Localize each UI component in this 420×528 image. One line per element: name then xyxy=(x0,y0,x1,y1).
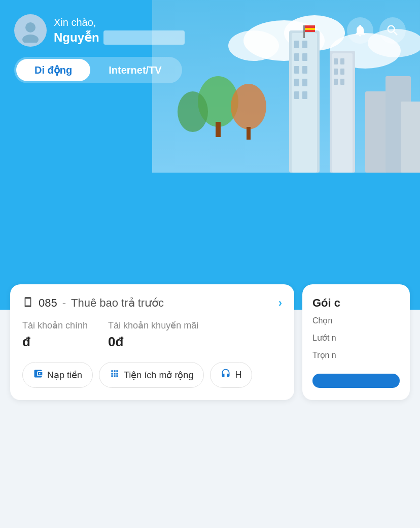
main-balance-label: Tài khoản chính xyxy=(22,320,88,331)
tab-section: Di động Internet/TV xyxy=(0,47,420,83)
header-top: Xin chào, Nguyễn xyxy=(0,0,420,47)
tab-container: Di động Internet/TV xyxy=(14,57,182,83)
goi-cuoc-text1: Chọn xyxy=(312,315,400,327)
svg-point-39 xyxy=(22,35,39,43)
phone-icon xyxy=(22,296,33,310)
tien-ich-mo-rong-button[interactable]: Tiện ích mở rộng xyxy=(99,362,204,388)
nap-tien-label: Nạp tiền xyxy=(47,370,82,381)
main-account-card: 085 - Thuê bao trả trước › Tài khoản chí… xyxy=(10,284,294,400)
name-redacted xyxy=(103,30,185,45)
svg-rect-16 xyxy=(294,91,299,99)
main-balance: Tài khoản chính đ xyxy=(22,320,88,350)
notification-button[interactable] xyxy=(347,17,373,44)
action-buttons: Nạp tiền Tiện ích mở rộng xyxy=(22,362,282,388)
header-background: Xin chào, Nguyễn Di động I xyxy=(0,0,420,173)
balance-row: Tài khoản chính đ Tài khoản khuyến mãi 0… xyxy=(22,320,282,350)
goi-cuoc-text3: Trọn n xyxy=(312,349,400,361)
nap-tien-button[interactable]: Nạp tiền xyxy=(22,362,93,388)
user-name: Nguyễn xyxy=(54,30,99,45)
svg-rect-33 xyxy=(247,127,251,140)
header-actions xyxy=(347,17,406,44)
bell-icon xyxy=(353,23,367,38)
tien-ich-label: Tiện ích mở rộng xyxy=(124,370,193,381)
tab-di-dong[interactable]: Di động xyxy=(16,59,90,81)
phone-number: 085 xyxy=(39,296,57,310)
svg-point-32 xyxy=(231,84,266,129)
service-type: Thuê bao trả trước xyxy=(71,296,164,310)
cards-section: 085 - Thuê bao trả trước › Tài khoản chí… xyxy=(0,284,420,400)
wallet-icon xyxy=(33,369,43,381)
svg-point-34 xyxy=(178,91,208,132)
user-section: Xin chào, Nguyễn xyxy=(14,14,185,47)
headset-icon xyxy=(221,369,231,381)
promo-balance-value: 0đ xyxy=(108,334,123,349)
goi-cuoc-text2: Lướt n xyxy=(312,332,400,344)
svg-point-38 xyxy=(25,22,36,32)
hotline-button[interactable]: H xyxy=(210,362,252,388)
goi-cuoc-card: Gói c Chọn Lướt n Trọn n xyxy=(302,284,410,400)
main-balance-value: đ xyxy=(22,334,30,349)
promo-balance-label: Tài khoản khuyến mãi xyxy=(108,320,198,331)
card-header: 085 - Thuê bao trả trước › xyxy=(22,296,282,310)
avatar[interactable] xyxy=(14,14,47,47)
search-icon xyxy=(386,23,400,38)
svg-rect-31 xyxy=(216,122,221,137)
greeting-label: Xin chào, xyxy=(54,17,185,28)
goi-cuoc-title: Gói c xyxy=(312,296,400,310)
chevron-right-icon[interactable]: › xyxy=(278,296,282,310)
tab-internet-tv[interactable]: Internet/TV xyxy=(90,59,180,81)
svg-rect-37 xyxy=(401,102,420,173)
grid-icon xyxy=(110,369,120,381)
hotline-label: H xyxy=(235,370,241,380)
goi-cuoc-button[interactable] xyxy=(312,374,400,388)
svg-rect-17 xyxy=(302,91,307,99)
search-button[interactable] xyxy=(379,17,406,44)
promo-balance: Tài khoản khuyến mãi 0đ xyxy=(108,320,198,350)
greeting-text: Xin chào, Nguyễn xyxy=(54,17,185,45)
